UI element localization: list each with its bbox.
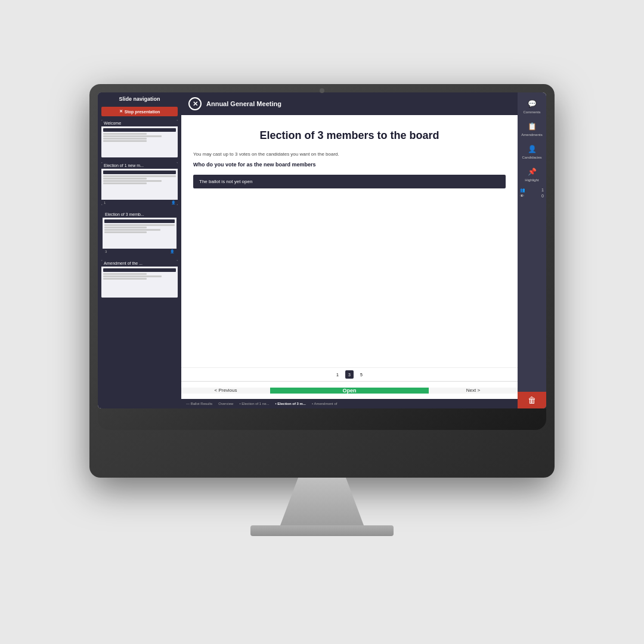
nav-buttons: < Previous Open Next > xyxy=(181,388,518,394)
red-btn-icon: 🗑 xyxy=(528,395,536,405)
open-button[interactable]: Open xyxy=(270,388,429,394)
users-counter: 👥 1 xyxy=(520,188,544,193)
candidacies-icon: 👤 xyxy=(527,144,537,154)
bottom-bar-election-1: • Election of 1 ne... xyxy=(239,402,269,405)
slide-item-election-3[interactable]: Election of 3 memb... 3 👤 xyxy=(101,210,178,255)
red-action-button[interactable]: 🗑 xyxy=(518,392,546,408)
right-panel-candidacies[interactable]: 👤 Candidacies xyxy=(518,140,546,163)
main-content: ✕ Annual General Meeting Election of 3 m… xyxy=(181,92,518,408)
slide-main-title: Election of 3 members to the board xyxy=(193,129,506,142)
slide-preview xyxy=(101,267,178,298)
page-3-active[interactable]: 3 xyxy=(345,370,354,379)
ballot-status: The ballot is not yet open xyxy=(193,175,506,188)
slide-item-amendment[interactable]: Amendment of the ... xyxy=(101,260,178,298)
bottom-bar-amendment: • Amendment of xyxy=(312,402,337,405)
bottom-bar: — Ballot Results Overview • Election of … xyxy=(181,399,518,408)
amendments-label: Amendments xyxy=(521,133,542,137)
slide-body: Election of 3 members to the board You m… xyxy=(181,115,518,367)
monitor-stand xyxy=(262,478,382,525)
highlight-label: Highlight xyxy=(525,178,538,182)
users-icon: 👥 xyxy=(520,188,525,193)
slide-footer: 1 👤 xyxy=(101,200,178,205)
amendments-icon: 📋 xyxy=(527,121,537,132)
viewers-count: 0 xyxy=(541,194,544,198)
navigation-bar: < Previous Open Next > xyxy=(181,381,518,399)
slide-subtitle: You may cast up to 3 votes on the candid… xyxy=(193,151,506,157)
previous-button[interactable]: < Previous xyxy=(181,388,270,394)
slide-footer: 3 👤 xyxy=(103,249,177,254)
slide-icon: 👤 xyxy=(170,249,174,253)
users-count: 1 xyxy=(541,188,544,193)
stop-presentation-button[interactable]: ✕ Stop presentation xyxy=(101,107,178,116)
slide-item-election-1[interactable]: Election of 1 new m... 1 👤 xyxy=(101,162,178,205)
monitor-stand-base xyxy=(250,525,394,536)
comments-icon: 💬 xyxy=(527,98,537,109)
right-panel-comments[interactable]: 💬 Comments xyxy=(518,95,546,117)
right-panel-highlight[interactable]: 📌 Highlight xyxy=(518,163,546,185)
slide-preview xyxy=(103,218,177,249)
slide-item-welcome[interactable]: Welcome xyxy=(101,120,178,157)
slide-icon: 👤 xyxy=(171,200,175,205)
slide-number: 3 xyxy=(105,250,107,253)
screen: Slide navigation ✕ Stop presentation Wel… xyxy=(98,92,546,408)
slide-preview xyxy=(101,169,178,200)
pagination-row: 1 3 5 xyxy=(181,367,518,381)
bottom-bar-ballot-results: — Ballot Results xyxy=(186,402,212,405)
counters: 👥 1 👁 0 xyxy=(518,185,546,200)
comments-label: Comments xyxy=(523,110,540,114)
monitor-bezel xyxy=(98,408,546,430)
slide-label: Election of 1 new m... xyxy=(101,162,178,169)
slide-preview xyxy=(101,126,178,157)
page-1[interactable]: 1 xyxy=(333,370,342,379)
monitor: Slide navigation ✕ Stop presentation Wel… xyxy=(89,84,555,478)
slide-label: Welcome xyxy=(101,120,178,126)
viewers-counter: 👁 0 xyxy=(520,194,544,198)
bottom-bar-election-3: • Election of 3 m... xyxy=(275,402,306,405)
slide-header-title: Annual General Meeting xyxy=(206,100,281,107)
slide-label: Amendment of the ... xyxy=(101,260,178,267)
candidacies-label: Candidacies xyxy=(522,156,541,159)
agm-logo: ✕ xyxy=(188,97,202,110)
slide-number: 1 xyxy=(104,201,106,205)
right-panel-amendments[interactable]: 📋 Amendments xyxy=(518,117,546,140)
stop-icon: ✕ xyxy=(119,109,123,114)
slide-question: Who do you vote for as the new board mem… xyxy=(193,162,506,168)
next-button[interactable]: Next > xyxy=(429,388,518,394)
camera xyxy=(320,88,324,93)
slide-header: ✕ Annual General Meeting xyxy=(181,92,518,115)
slide-label: Election of 3 memb... xyxy=(103,211,177,218)
right-panel: 💬 Comments 📋 Amendments 👤 Candidacies 📌 … xyxy=(518,92,546,408)
page-5[interactable]: 5 xyxy=(357,370,366,379)
bottom-bar-overview: Overview xyxy=(218,402,233,405)
sidebar-header: Slide navigation xyxy=(98,92,181,106)
slide-navigation-panel: Slide navigation ✕ Stop presentation Wel… xyxy=(98,92,181,408)
viewers-icon: 👁 xyxy=(520,194,524,198)
highlight-icon: 📌 xyxy=(527,166,537,177)
